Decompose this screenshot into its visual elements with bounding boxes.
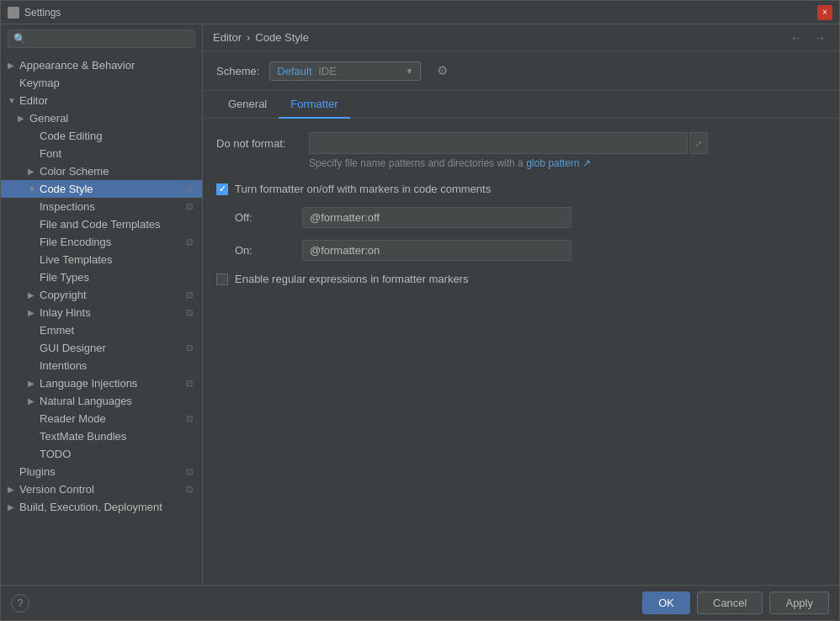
regex-checkbox[interactable] xyxy=(216,273,228,285)
apply-button[interactable]: Apply xyxy=(769,592,829,614)
forward-arrow[interactable]: → xyxy=(811,29,829,46)
glob-pattern-link[interactable]: glob pattern ↗ xyxy=(526,157,591,169)
sidebar-item-inlay-hints[interactable]: ▶ Inlay Hints ⊡ xyxy=(1,304,202,321)
sidebar-item-label: Plugins xyxy=(19,465,56,478)
off-label: Off: xyxy=(235,211,294,224)
sidebar-item-font[interactable]: Font xyxy=(1,145,202,162)
sidebar-item-label: Live Templates xyxy=(40,253,112,266)
sidebar-item-label: Editor xyxy=(19,94,48,107)
sidebar-item-appearance[interactable]: ▶ Appearance & Behavior xyxy=(1,56,202,74)
sidebar-item-textmate-bundles[interactable]: TextMate Bundles xyxy=(1,427,202,445)
main-content: 🔍 ▶ Appearance & Behavior Keymap ▼ Edito… xyxy=(1,24,839,585)
on-input[interactable] xyxy=(302,240,572,261)
off-input[interactable] xyxy=(302,207,572,228)
sidebar-item-label: TextMate Bundles xyxy=(40,430,126,443)
do-not-format-label: Do not format: xyxy=(216,137,309,150)
formatter-toggle-label: Turn formatter on/off with markers in co… xyxy=(235,183,491,195)
chevron-right-icon: ▶ xyxy=(8,502,16,512)
sidebar: 🔍 ▶ Appearance & Behavior Keymap ▼ Edito… xyxy=(1,24,203,585)
sidebar-item-general[interactable]: ▶ General xyxy=(1,109,202,127)
chevron-right-icon: ▶ xyxy=(28,379,36,388)
sidebar-item-gui-designer[interactable]: GUI Designer ⊡ xyxy=(1,339,202,357)
ok-button[interactable]: OK xyxy=(642,592,690,614)
sidebar-item-label: Code Editing xyxy=(40,130,102,142)
breadcrumb-current: Code Style xyxy=(255,31,309,44)
titlebar: Settings × xyxy=(1,1,839,24)
sidebar-item-code-style[interactable]: ▼ Code Style ⊡ xyxy=(1,180,202,198)
sidebar-item-label: Build, Execution, Deployment xyxy=(19,501,162,513)
sidebar-item-plugins[interactable]: Plugins ⊡ xyxy=(1,463,202,480)
search-box[interactable]: 🔍 xyxy=(8,29,195,48)
sidebar-item-emmet[interactable]: Emmet xyxy=(1,321,202,339)
chevron-right-icon: ▶ xyxy=(28,290,36,300)
sidebar-item-copyright[interactable]: ▶ Copyright ⊡ xyxy=(1,286,202,304)
sidebar-item-keymap[interactable]: Keymap xyxy=(1,74,202,92)
chevron-right-icon: ▶ xyxy=(8,485,16,494)
expand-icon: ⊡ xyxy=(183,289,195,301)
chevron-down-icon: ▼ xyxy=(28,184,36,194)
sidebar-item-editor[interactable]: ▼ Editor xyxy=(1,92,202,109)
on-row: On: xyxy=(235,240,826,261)
chevron-right-icon: ▶ xyxy=(28,396,36,406)
chevron-right-icon: ▶ xyxy=(18,114,26,123)
sidebar-item-file-types[interactable]: File Types xyxy=(1,268,202,286)
sidebar-item-label: File and Code Templates xyxy=(40,218,161,231)
do-not-format-input[interactable] xyxy=(309,132,688,154)
panel-content: Do not format: ⤢ Specify file name patte… xyxy=(203,119,839,585)
sidebar-item-label: TODO xyxy=(40,448,71,460)
sidebar-item-color-scheme[interactable]: ▶ Color Scheme xyxy=(1,162,202,180)
sidebar-item-label: Code Style xyxy=(40,183,93,195)
hint-text: Specify file name patterns and directori… xyxy=(309,157,826,169)
sidebar-item-build-exec[interactable]: ▶ Build, Execution, Deployment xyxy=(1,498,202,516)
scheme-value: Default IDE xyxy=(277,65,400,77)
sidebar-item-natural-languages[interactable]: ▶ Natural Languages xyxy=(1,392,202,410)
sidebar-item-label: Emmet xyxy=(40,324,74,337)
on-label: On: xyxy=(235,244,294,257)
settings-window: Settings × 🔍 ▶ Appearance & Behavior Key… xyxy=(0,0,840,621)
back-arrow[interactable]: ← xyxy=(787,29,805,46)
sidebar-item-label: Color Scheme xyxy=(40,165,109,178)
sidebar-item-code-editing[interactable]: Code Editing xyxy=(1,127,202,145)
tab-general[interactable]: General xyxy=(216,91,279,119)
search-icon: 🔍 xyxy=(13,33,26,45)
bottom-bar: ? OK Cancel Apply xyxy=(1,585,839,620)
sidebar-item-version-control[interactable]: ▶ Version Control ⊡ xyxy=(1,480,202,498)
right-panel: Editor › Code Style ← → Scheme: Default … xyxy=(203,24,839,585)
expand-icon: ⊡ xyxy=(183,466,195,478)
sidebar-item-language-injections[interactable]: ▶ Language Injections ⊡ xyxy=(1,374,202,392)
scheme-dropdown[interactable]: Default IDE ▼ xyxy=(269,61,421,81)
dropdown-arrow-icon: ▼ xyxy=(405,66,413,76)
breadcrumb: Editor › Code Style xyxy=(213,31,309,44)
expand-icon: ⊡ xyxy=(183,201,195,213)
sidebar-item-file-code-templates[interactable]: File and Code Templates xyxy=(1,215,202,233)
check-icon: ✓ xyxy=(219,184,226,194)
expand-input-button[interactable]: ⤢ xyxy=(689,132,708,154)
expand-icon: ⊡ xyxy=(183,413,195,425)
sidebar-item-label: General xyxy=(29,112,68,125)
formatter-toggle-row: ✓ Turn formatter on/off with markers in … xyxy=(216,183,826,195)
sidebar-item-reader-mode[interactable]: Reader Mode ⊡ xyxy=(1,410,202,427)
help-button[interactable]: ? xyxy=(11,594,29,613)
settings-tree: ▶ Appearance & Behavior Keymap ▼ Editor … xyxy=(1,53,202,585)
sidebar-item-label: Copyright xyxy=(40,289,87,301)
scheme-label: Scheme: xyxy=(216,65,259,77)
nav-arrows: ← → xyxy=(787,29,829,46)
sidebar-item-live-templates[interactable]: Live Templates xyxy=(1,251,202,268)
close-button[interactable]: × xyxy=(817,5,832,20)
breadcrumb-bar: Editor › Code Style ← → xyxy=(203,24,839,51)
sidebar-item-inspections[interactable]: Inspections ⊡ xyxy=(1,198,202,215)
sidebar-item-label: File Types xyxy=(40,271,89,284)
sidebar-item-label: Language Injections xyxy=(40,377,137,390)
formatter-toggle-checkbox[interactable]: ✓ xyxy=(216,183,228,195)
tab-formatter[interactable]: Formatter xyxy=(279,91,349,119)
cancel-button[interactable]: Cancel xyxy=(697,592,763,614)
gear-button[interactable]: ⚙ xyxy=(431,60,453,82)
sidebar-item-label: Version Control xyxy=(19,483,94,496)
sidebar-item-file-encodings[interactable]: File Encodings ⊡ xyxy=(1,233,202,251)
chevron-right-icon: ▶ xyxy=(28,308,36,317)
breadcrumb-parent: Editor xyxy=(213,31,242,44)
sidebar-item-label: Font xyxy=(40,147,61,160)
sidebar-item-todo[interactable]: TODO xyxy=(1,445,202,463)
sidebar-item-intentions[interactable]: Intentions xyxy=(1,357,202,374)
search-input[interactable] xyxy=(29,33,189,45)
